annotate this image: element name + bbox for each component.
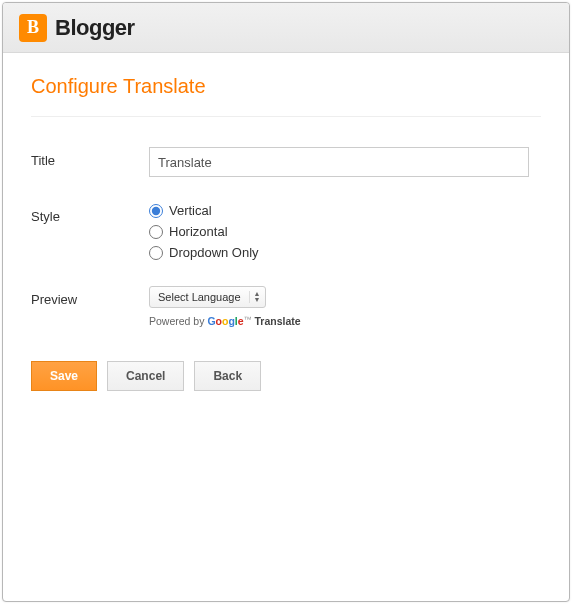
radio-vertical-input[interactable] (149, 204, 163, 218)
preview-row: Preview Select Language ▲▼ Powered by Go… (31, 286, 541, 327)
preview-control: Select Language ▲▼ Powered by Google™ Tr… (149, 286, 541, 327)
language-select-value: Select Language (158, 291, 241, 303)
radio-dropdown-input[interactable] (149, 246, 163, 260)
language-select[interactable]: Select Language ▲▼ (149, 286, 266, 308)
powered-translate: Translate (255, 315, 301, 327)
style-label: Style (31, 203, 149, 260)
blogger-logo-icon: B (19, 14, 47, 42)
preview-label: Preview (31, 286, 149, 327)
select-arrows-icon: ▲▼ (249, 291, 261, 303)
button-row: Save Cancel Back (31, 361, 541, 391)
title-control (149, 147, 541, 177)
style-row: Style Vertical Horizontal Dropdown Only (31, 203, 541, 260)
radio-horizontal[interactable]: Horizontal (149, 224, 541, 239)
back-button[interactable]: Back (194, 361, 261, 391)
save-button[interactable]: Save (31, 361, 97, 391)
radio-vertical[interactable]: Vertical (149, 203, 541, 218)
dialog-window: B Blogger Configure Translate Title Styl… (2, 2, 570, 602)
radio-horizontal-label: Horizontal (169, 224, 228, 239)
radio-horizontal-input[interactable] (149, 225, 163, 239)
radio-dropdown-label: Dropdown Only (169, 245, 259, 260)
title-label: Title (31, 147, 149, 177)
radio-dropdown[interactable]: Dropdown Only (149, 245, 541, 260)
page-title: Configure Translate (31, 75, 541, 117)
brand-name: Blogger (55, 15, 135, 41)
content-area: Configure Translate Title Style Vertical… (3, 53, 569, 413)
powered-prefix: Powered by (149, 315, 207, 327)
radio-vertical-label: Vertical (169, 203, 212, 218)
powered-by-text: Powered by Google™ Translate (149, 315, 541, 327)
title-input[interactable] (149, 147, 529, 177)
title-row: Title (31, 147, 541, 177)
header-bar: B Blogger (3, 3, 569, 53)
style-radio-group: Vertical Horizontal Dropdown Only (149, 203, 541, 260)
cancel-button[interactable]: Cancel (107, 361, 184, 391)
